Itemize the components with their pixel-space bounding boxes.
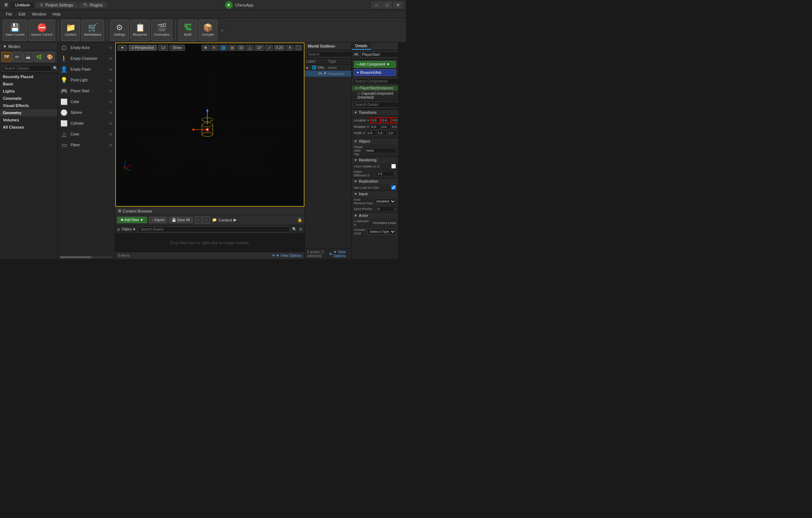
outliner-row-world[interactable]: ▶ 🌐 Untitled (Editor) World — [305, 64, 351, 71]
add-component-button[interactable]: + Add Component ▼ — [354, 61, 396, 68]
tab-untitled[interactable]: Untitled• — [11, 2, 34, 8]
player-start-tag-input[interactable] — [365, 148, 396, 153]
component-capsule[interactable]: ⬡ CapsuleComponent (Inherited) — [352, 91, 398, 100]
category-volumes[interactable]: Volumes — [0, 116, 57, 124]
location-z-input[interactable]: 0.0 ↕ — [391, 117, 398, 123]
place-item-cylinder[interactable]: ⬜ Cylinder ⊕ — [58, 118, 115, 129]
menu-window[interactable]: Window — [29, 11, 49, 17]
place-item-empty-pawn[interactable]: 👤 Empty Pawn ⊕ — [58, 64, 115, 75]
minimize-button[interactable]: ─ — [371, 1, 382, 9]
place-item-cone[interactable]: △ Cone ⊕ — [58, 129, 115, 140]
toolbar-settings[interactable]: ⚙ Settings — [110, 20, 129, 41]
transform-section-header[interactable]: ▼ Transform — [352, 109, 398, 116]
blueprint-button[interactable]: ✦ Blueprint/Adc — [354, 69, 396, 76]
viewport-fullscreen-btn[interactable]: ⛶ — [294, 45, 302, 51]
viewport-angle-value[interactable]: 10° — [254, 45, 264, 51]
place-item-point-light[interactable]: 💡 Point Light ⊕ — [58, 75, 115, 86]
convert-actor-select[interactable]: Select a Type — [367, 229, 396, 235]
maximize-button[interactable]: □ — [382, 1, 392, 9]
cb-import-button[interactable]: ↓ Import — [149, 217, 167, 223]
toolbar-save-current[interactable]: 💾 Save Current — [3, 20, 27, 41]
mode-brush-btn[interactable]: 🎨 — [45, 52, 55, 62]
scale-z-input[interactable]: 1.0 ↕ — [387, 130, 397, 135]
tab-plugins[interactable]: 🔌 Plugins — [79, 2, 107, 8]
viewport-grid-value[interactable]: 10 — [237, 45, 245, 51]
menu-edit[interactable]: Edit — [16, 11, 28, 17]
toolbar-more[interactable]: » — [219, 20, 226, 41]
toolbar-source-control[interactable]: ⛔ Source Control — [28, 20, 55, 41]
category-all-classes[interactable]: All Classes — [0, 124, 57, 131]
rotation-x-input[interactable]: 0.0 ↕ — [370, 124, 380, 129]
object-section-header[interactable]: ▼ Object — [352, 138, 398, 144]
auto-receive-select[interactable]: Disabled Player0 Player1 — [374, 198, 396, 204]
place-item-sphere[interactable]: ⚪ Sphere ⊕ — [58, 107, 115, 118]
tab-project-settings[interactable]: ⚙ Project Settings — [36, 2, 77, 8]
cb-filter-icon-btn[interactable]: ≡ — [117, 227, 119, 232]
viewport-show-btn[interactable]: Show — [170, 45, 185, 51]
place-item-empty-actor[interactable]: ⬡ Empty Actor ⊕ — [58, 43, 115, 53]
category-visual-effects[interactable]: Visual Effects — [0, 102, 57, 109]
outliner-search-input[interactable] — [306, 51, 356, 57]
place-item-cube[interactable]: ⬜ Cube ⊕ — [58, 97, 115, 107]
mode-foliage-btn[interactable]: 🌿 — [34, 52, 44, 62]
viewport-snap-btn[interactable]: ⊞ — [228, 45, 236, 51]
rendering-section-header[interactable]: ▼ Rendering — [352, 157, 398, 163]
location-y-input[interactable]: 0.0 ↕ — [381, 117, 391, 123]
rotation-z-input[interactable]: 0.0 ↕ — [391, 124, 398, 129]
actor-name-input[interactable] — [360, 52, 398, 58]
replication-section-header[interactable]: ▼ Replication — [352, 178, 398, 184]
billboard-scale-input[interactable] — [376, 171, 394, 176]
viewport-camera-value[interactable]: 4 — [286, 45, 294, 51]
search-classes-input[interactable] — [2, 65, 51, 71]
component-player-start-instance[interactable]: 🎮 PlayerStart(Instance) — [352, 85, 398, 91]
viewport-arrow-btn[interactable]: ▼ — [117, 45, 127, 51]
cb-save-all-button[interactable]: 💾 Save All — [169, 217, 193, 223]
viewport-scale-icon[interactable]: ⤢ — [265, 45, 273, 51]
viewport-lit-btn[interactable]: Lit — [158, 45, 168, 51]
scale-x-input[interactable]: 1.0 ↕ — [366, 130, 376, 135]
location-x-input[interactable]: 0.0 ↕ — [370, 117, 380, 123]
cb-nav-fwd-button[interactable]: → — [203, 216, 210, 224]
mode-paint-btn[interactable]: ✏ — [12, 52, 22, 62]
cb-add-new-button[interactable]: ✚ Add New ▼ — [117, 217, 147, 223]
search-details-input[interactable] — [353, 102, 398, 108]
place-item-player-start[interactable]: 🎮 Player Start ⊕ — [58, 86, 115, 97]
toolbar-build[interactable]: 🏗 Build — [179, 20, 197, 41]
viewport-perspective-btn[interactable]: ● Perspective — [128, 45, 157, 51]
viewport-translate-btn[interactable]: ✥ — [202, 45, 209, 51]
viewport[interactable]: ▼ ● Perspective Lit Show ✥ ↻ — [115, 43, 304, 207]
details-tab[interactable]: Details — [352, 43, 371, 50]
actor-hidden-checkbox[interactable] — [391, 164, 396, 169]
viewport-rotate-btn[interactable]: ↻ — [210, 45, 218, 51]
rotation-y-input[interactable]: 0.0 ↕ — [380, 124, 391, 129]
cb-search-input[interactable] — [138, 226, 290, 232]
actor-section-header[interactable]: ▼ Actor — [352, 212, 398, 219]
category-cinematic[interactable]: Cinematic — [0, 95, 57, 102]
toolbar-content[interactable]: 📁 Content — [61, 20, 80, 41]
net-load-checkbox[interactable] — [391, 185, 396, 190]
toolbar-cinematics[interactable]: 🎬 Cinematics — [151, 20, 172, 41]
category-geometry[interactable]: Geometry — [0, 109, 57, 116]
viewport-globe-btn[interactable]: 🌐 — [219, 45, 227, 51]
input-priority-input[interactable] — [376, 206, 394, 211]
category-lights[interactable]: Lights — [0, 88, 57, 95]
cb-filters-button[interactable]: Filters ▼ — [122, 227, 136, 231]
scale-y-input[interactable]: 1.0 ↕ — [376, 130, 387, 135]
toolbar-marketplace[interactable]: 🛒 Marketplace — [81, 20, 104, 41]
outliner-row-player-start[interactable]: 🎮 PlayerStart PlayerStart — [305, 71, 351, 77]
place-item-plane[interactable]: ▭ Plane ⊕ — [58, 140, 115, 151]
category-basic[interactable]: Basic — [0, 80, 57, 88]
outliner-view-options-btn[interactable]: 👁 ▼ View Options — [329, 250, 349, 258]
place-item-empty-character[interactable]: 🚶 Empty Character ⊕ — [58, 53, 115, 64]
mode-place-btn[interactable]: 🗺 — [1, 52, 12, 62]
cb-view-options-btn[interactable]: 👁 ▼ View Options — [272, 254, 302, 258]
viewport-scale-value[interactable]: 0.25 — [274, 45, 285, 51]
toolbar-blueprints[interactable]: 📋 Blueprints — [130, 20, 150, 41]
components-search-input[interactable] — [353, 78, 398, 84]
close-button[interactable]: ✕ — [393, 1, 403, 9]
menu-help[interactable]: Help — [50, 11, 64, 17]
mode-terrain-btn[interactable]: ⛰ — [23, 52, 33, 62]
input-section-header[interactable]: ▼ Input — [352, 191, 398, 197]
category-recently-placed[interactable]: Recently Placed — [0, 73, 57, 80]
menu-file[interactable]: File — [3, 11, 15, 17]
